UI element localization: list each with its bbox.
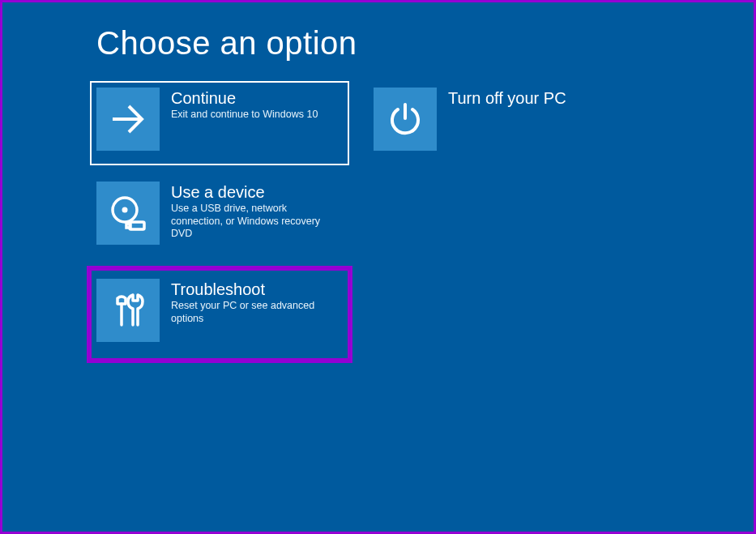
options-row-2: Use a device Use a USB drive, network co… (90, 175, 738, 259)
arrow-right-icon (96, 88, 160, 151)
use-a-device-desc: Use a USB drive, network connection, or … (171, 203, 336, 241)
tools-icon (96, 279, 160, 342)
svg-point-3 (122, 207, 128, 213)
page-title: Choose an option (96, 25, 754, 62)
continue-text: Continue Exit and continue to Windows 10 (160, 88, 343, 122)
options-grid: Continue Exit and continue to Windows 10… (90, 81, 738, 360)
turn-off-pc-tile[interactable]: Turn off your PC (367, 81, 626, 165)
continue-title: Continue (171, 89, 336, 107)
troubleshoot-tile[interactable]: Troubleshoot Reset your PC or see advanc… (90, 269, 349, 360)
options-row-1: Continue Exit and continue to Windows 10… (90, 81, 738, 165)
continue-tile[interactable]: Continue Exit and continue to Windows 10 (90, 81, 349, 165)
continue-desc: Exit and continue to Windows 10 (171, 109, 336, 122)
troubleshoot-desc: Reset your PC or see advanced options (171, 300, 336, 325)
turn-off-pc-title: Turn off your PC (448, 89, 613, 107)
power-icon (374, 88, 437, 151)
use-a-device-title: Use a device (171, 183, 336, 201)
troubleshoot-title: Troubleshoot (171, 280, 336, 298)
disc-usb-icon (96, 182, 160, 245)
options-row-3: Troubleshoot Reset your PC or see advanc… (90, 269, 738, 360)
use-a-device-text: Use a device Use a USB drive, network co… (160, 182, 343, 241)
turn-off-pc-text: Turn off your PC (437, 88, 620, 109)
troubleshoot-text: Troubleshoot Reset your PC or see advanc… (160, 279, 343, 325)
use-a-device-tile[interactable]: Use a device Use a USB drive, network co… (90, 175, 349, 259)
